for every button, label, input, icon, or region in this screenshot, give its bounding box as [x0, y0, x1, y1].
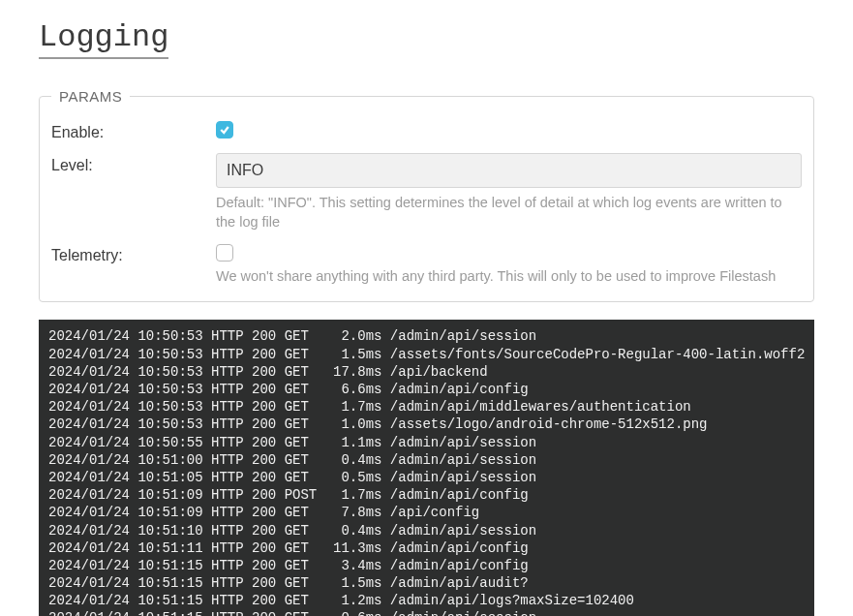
params-panel: PARAMS Enable: Level: Default: "INFO". T…: [39, 88, 814, 302]
level-row: Level: Default: "INFO". This setting det…: [51, 153, 802, 231]
check-icon: [219, 124, 230, 136]
telemetry-checkbox[interactable]: [216, 244, 233, 262]
enable-row: Enable:: [51, 120, 802, 141]
telemetry-label: Telemetry:: [51, 243, 216, 264]
log-console[interactable]: 2024/01/24 10:50:53 HTTP 200 GET 2.0ms /…: [39, 320, 814, 616]
level-input[interactable]: [216, 153, 802, 188]
params-legend: PARAMS: [51, 88, 130, 105]
page-title: Logging: [39, 19, 168, 59]
level-help: Default: "INFO". This setting determines…: [216, 194, 802, 231]
enable-checkbox[interactable]: [216, 121, 233, 139]
level-label: Level:: [51, 153, 216, 174]
telemetry-help: We won't share anything with any third p…: [216, 267, 802, 287]
telemetry-row: Telemetry: We won't share anything with …: [51, 243, 802, 286]
enable-label: Enable:: [51, 120, 216, 141]
